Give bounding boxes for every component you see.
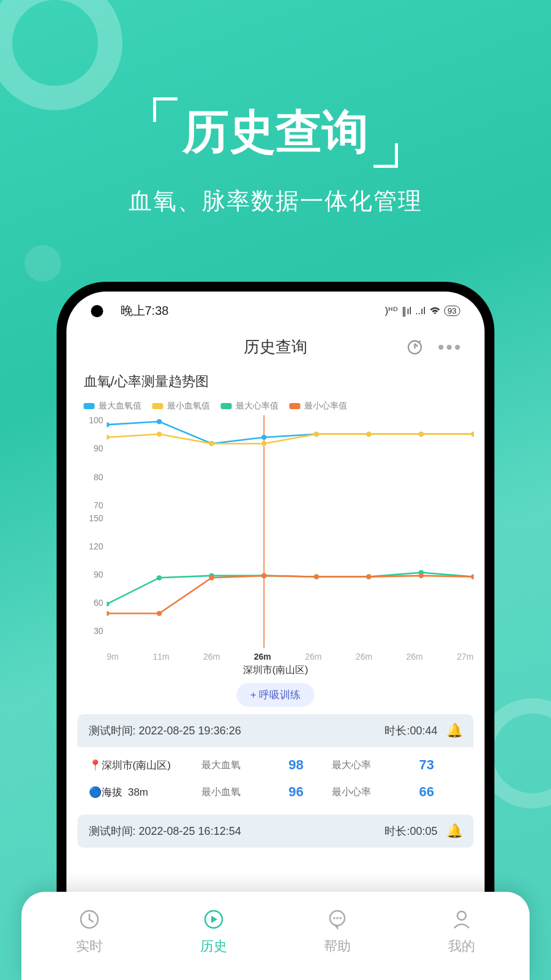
- svg-point-13: [261, 441, 267, 446]
- svg-point-2: [107, 422, 110, 427]
- clock-icon: [78, 908, 101, 931]
- record-item[interactable]: 测试时间: 2022-08-25 19:36:26 时长:00:44 🔔 📍深圳…: [78, 714, 474, 810]
- svg-point-11: [157, 432, 162, 437]
- svg-point-28: [209, 575, 214, 580]
- chat-icon: [326, 908, 349, 931]
- nav-history[interactable]: 历史: [152, 908, 276, 956]
- nav-help[interactable]: 帮助: [276, 908, 400, 956]
- hero-subtitle: 血氧、脉率数据一体化管理: [0, 186, 551, 217]
- nav-label: 帮助: [324, 937, 351, 956]
- y-axis-top: 100 90 80 70: [81, 415, 103, 510]
- nav-label: 历史: [200, 937, 227, 956]
- record-header[interactable]: 测试时间: 2022-08-25 16:12:54 时长:00:05 🔔: [78, 815, 474, 848]
- status-indicators: )ᴴᴰ ‖ıl ..ıl 93: [385, 305, 460, 317]
- svg-point-40: [457, 911, 466, 920]
- record-body: 📍深圳市(南山区) 最大血氧 98 最大心率 73 🔵海拔 38m 最小血氧 9…: [78, 747, 474, 810]
- phone-mockup: 晚上7:38 )ᴴᴰ ‖ıl ..ıl 93 历史查询 ••• 血氧/心率测量趋…: [57, 282, 495, 980]
- camera-dot: [91, 305, 103, 317]
- svg-point-30: [314, 574, 320, 579]
- nav-profile[interactable]: 我的: [400, 908, 524, 956]
- history-icon: [202, 908, 225, 931]
- nav-label: 实时: [76, 937, 103, 956]
- svg-point-16: [419, 432, 424, 437]
- svg-point-12: [209, 441, 214, 446]
- bg-decoration: [0, 0, 122, 110]
- more-icon[interactable]: •••: [438, 337, 463, 358]
- svg-point-17: [471, 432, 473, 437]
- record-item[interactable]: 测试时间: 2022-08-25 16:12:54 时长:00:05 🔔: [78, 815, 474, 848]
- signal-icon: ‖ıl: [402, 305, 411, 317]
- altitude-icon: 🔵: [89, 786, 102, 798]
- svg-point-27: [157, 611, 162, 616]
- chart-title: 血氧/心率测量趋势图: [78, 369, 474, 394]
- svg-point-15: [366, 432, 372, 437]
- battery-icon: 93: [444, 306, 460, 316]
- user-icon: [450, 908, 473, 931]
- chart-legend: 最大血氧值 最小血氧值 最大心率值 最小心率值: [78, 394, 474, 415]
- bell-icon: 🔔: [446, 723, 463, 739]
- svg-point-14: [314, 432, 320, 437]
- nav-label: 我的: [448, 937, 475, 956]
- bell-icon: 🔔: [446, 823, 463, 839]
- svg-point-38: [336, 917, 339, 919]
- svg-point-33: [471, 574, 473, 579]
- svg-point-3: [157, 419, 162, 424]
- hero-title: 历史查询: [0, 101, 551, 164]
- bg-decoration: [24, 245, 61, 282]
- bottom-nav: 实时 历史 帮助 我的: [21, 892, 530, 980]
- signal-icon: ..ıl: [415, 306, 425, 317]
- svg-point-19: [157, 575, 162, 580]
- svg-point-26: [107, 611, 110, 616]
- svg-point-5: [261, 435, 267, 440]
- chart-location-label: 深圳市(南山区): [78, 664, 474, 677]
- app-header: 历史查询 •••: [67, 325, 485, 369]
- svg-point-39: [339, 917, 342, 919]
- svg-point-32: [419, 573, 424, 578]
- page-title: 历史查询: [244, 336, 307, 358]
- breathing-training-button[interactable]: + 呼吸训练: [237, 683, 315, 707]
- status-bar: 晚上7:38 )ᴴᴰ ‖ıl ..ıl 93: [67, 292, 485, 325]
- chart-svg: [107, 415, 474, 648]
- share-icon[interactable]: [407, 339, 424, 356]
- x-axis: 9m 11m 26m 26m 26m 26m 26m 27m: [78, 648, 474, 662]
- svg-point-37: [333, 917, 335, 919]
- chart-canvas[interactable]: 100 90 80 70 150 120 90 60 30: [78, 415, 474, 648]
- pin-icon: 📍: [89, 760, 102, 771]
- nav-realtime[interactable]: 实时: [28, 908, 152, 956]
- svg-point-10: [107, 435, 110, 440]
- wifi-icon: [429, 307, 440, 315]
- y-axis-bottom: 150 120 90 60 30: [81, 513, 103, 636]
- hd-icon: )ᴴᴰ: [385, 305, 398, 317]
- svg-point-31: [366, 574, 372, 579]
- svg-point-29: [261, 573, 267, 578]
- record-header[interactable]: 测试时间: 2022-08-25 19:36:26 时长:00:44 🔔: [78, 714, 474, 747]
- status-time: 晚上7:38: [121, 303, 169, 319]
